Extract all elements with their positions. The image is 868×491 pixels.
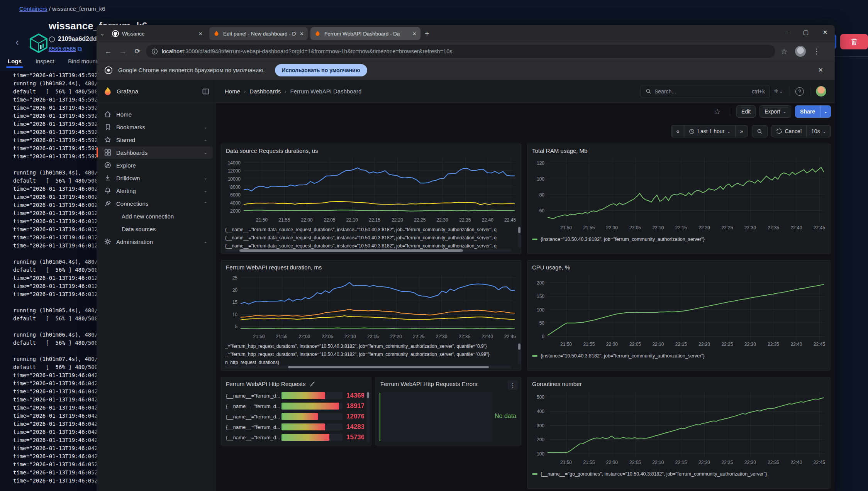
bargauge-value: 15736 xyxy=(346,433,364,441)
sidebar-item-data-sources[interactable]: Data sources xyxy=(98,223,213,235)
bookmark-star-icon[interactable]: ☆ xyxy=(778,47,790,56)
containers-link[interactable]: Containers xyxy=(19,5,47,12)
tab-close-icon[interactable]: ✕ xyxy=(300,31,304,37)
legend-row[interactable]: n_http_request_durations) xyxy=(225,359,512,366)
tab-close-icon[interactable]: ✕ xyxy=(412,31,417,37)
refresh-cancel-button[interactable]: Cancel xyxy=(771,125,806,137)
sidebar-item-dashboards[interactable]: Dashboards⌄ xyxy=(98,146,213,159)
port-link[interactable]: 6565:6565 xyxy=(49,46,76,52)
sidebar-item-administration[interactable]: Administration⌄ xyxy=(98,235,213,248)
legend-row[interactable]: {__name__="ferrum data_source_request_du… xyxy=(225,226,512,234)
legend-item[interactable]: {__name__="go_goroutines", instance="10.… xyxy=(532,471,767,477)
panel-title[interactable]: Data source Requests durations, us xyxy=(226,147,318,154)
tab-inspect[interactable]: Inspect xyxy=(36,58,54,68)
bargauge-scrollbar[interactable] xyxy=(366,391,370,443)
panel-title[interactable]: Ferrum WebAPI request duration, ms xyxy=(226,264,322,271)
favorite-star-icon[interactable]: ☆ xyxy=(711,107,724,116)
time-shift-forward-button[interactable]: » xyxy=(735,125,748,137)
delete-container-button[interactable] xyxy=(840,34,868,49)
chrome-menu-icon[interactable]: ⋮ xyxy=(810,47,823,56)
legend-horizontal-scrollbar[interactable] xyxy=(225,366,512,369)
edit-button[interactable]: Edit xyxy=(736,105,756,118)
share-button[interactable]: Share xyxy=(795,105,820,118)
panel-menu-icon[interactable]: ⋮ xyxy=(508,380,518,390)
legend-row[interactable]: _="ferrum_http_request_durations", insta… xyxy=(225,342,512,350)
chrome-window: ⌄ Wissance✕Edit panel - New dashboard - … xyxy=(97,25,835,491)
sidebar-item-alerting[interactable]: Alerting⌄ xyxy=(98,185,213,197)
sidebar-item-drilldown[interactable]: Drilldown⌄ xyxy=(98,172,213,184)
export-button[interactable]: Export⌄ xyxy=(760,105,791,118)
x-tick-label: 22:30 xyxy=(744,460,756,465)
nav-reload-icon[interactable]: ⟳ xyxy=(131,47,144,56)
bargauge-label: {__name__="ferrum_d... xyxy=(226,424,280,430)
sidebar-item-add-new-connection[interactable]: Add new connection xyxy=(98,210,213,222)
nav-forward-icon[interactable]: → xyxy=(117,47,129,56)
add-button[interactable]: +⌄ xyxy=(770,87,787,96)
grafana-favicon-icon xyxy=(314,30,321,37)
sidebar-item-home[interactable]: Home xyxy=(98,108,213,120)
legend-item[interactable]: {instance="10.50.40.3:8182", job="ferrum… xyxy=(532,353,705,359)
site-info-icon[interactable] xyxy=(151,48,158,55)
crumb-home[interactable]: Home xyxy=(225,88,240,95)
panel-title[interactable]: Ferrum WebAPI Http Requests Errors xyxy=(380,381,477,387)
legend-item[interactable]: {instance="10.50.40.3:8182", job="ferrum… xyxy=(532,237,705,242)
tab-bind-mounts[interactable]: Bind mounts xyxy=(68,58,100,68)
browser-tab-1[interactable]: Edit panel - New dashboard - D✕ xyxy=(209,27,308,40)
legend-list[interactable]: {__name__="ferrum data_source_request_du… xyxy=(225,226,512,250)
panel-title[interactable]: Goroutines number xyxy=(532,381,581,387)
x-tick-label: 22:05 xyxy=(324,217,336,223)
tab-search-chevron-icon[interactable]: ⌄ xyxy=(97,31,108,37)
address-bar[interactable]: localhost:3000/d/adf948t/ferrum-webapi-d… xyxy=(146,45,775,58)
minimize-button[interactable]: – xyxy=(777,25,796,40)
help-button[interactable]: ? xyxy=(792,87,808,96)
chrome-profile-avatar[interactable] xyxy=(795,46,806,57)
notification-close-icon[interactable]: ✕ xyxy=(818,66,823,74)
y-tick-label: 10000 xyxy=(224,176,241,182)
panel-title[interactable]: Ferrum WebAPI Http Requests xyxy=(226,381,305,387)
crumb-dashboards[interactable]: Dashboards xyxy=(249,88,281,95)
time-range-picker[interactable]: Last 1 hour⌄ xyxy=(684,125,735,137)
new-tab-button[interactable]: + xyxy=(425,29,429,38)
legend-row[interactable]: {__name__="ferrum data_source_request_du… xyxy=(225,234,512,242)
search-input[interactable]: Search... ctrl+k xyxy=(641,85,770,98)
sidebar-item-connections[interactable]: Connections⌃ xyxy=(98,197,213,210)
sidebar-toggle-icon[interactable] xyxy=(202,88,210,95)
x-tick-label: 22:30 xyxy=(744,342,756,347)
y-tick-label: 2000 xyxy=(224,208,241,214)
maximize-button[interactable]: ▢ xyxy=(796,25,815,40)
zoom-out-button[interactable] xyxy=(752,125,768,137)
panel-title[interactable]: Total RAM usage, Mb xyxy=(532,147,587,154)
close-window-button[interactable]: ✕ xyxy=(815,25,835,40)
grafana-logo-icon[interactable] xyxy=(103,86,113,97)
x-tick-label: 22:10 xyxy=(652,225,664,230)
legend-vertical-scrollbar[interactable] xyxy=(518,342,521,365)
tab-logs[interactable]: Logs xyxy=(8,58,22,68)
y-tick-label: 50 xyxy=(527,320,544,326)
panel-title[interactable]: CPU usage, % xyxy=(532,264,570,271)
browser-tab-0[interactable]: Wissance✕ xyxy=(108,27,207,40)
x-tick-label: 22:35 xyxy=(768,225,779,230)
legend-list[interactable]: _="ferrum_http_request_durations", insta… xyxy=(225,342,512,366)
share-dropdown-chevron[interactable]: ⌄ xyxy=(820,105,831,118)
use-default-button[interactable]: Использовать по умолчанию xyxy=(275,64,367,76)
back-chevron-icon[interactable]: ‹ xyxy=(15,36,19,48)
bargauge-value: 14283 xyxy=(346,423,364,431)
refresh-interval-dropdown[interactable]: 10s⌄ xyxy=(806,125,831,137)
container-id[interactable]: 2109aa6d2ddc xyxy=(58,36,100,42)
sidebar-item-label: Administration xyxy=(116,239,153,245)
sidebar-item-bookmarks[interactable]: Bookmarks⌄ xyxy=(98,121,213,133)
nav-back-icon[interactable]: ← xyxy=(102,47,114,56)
sidebar-item-explore[interactable]: Explore xyxy=(98,159,213,171)
user-avatar[interactable] xyxy=(816,86,826,97)
external-link-icon[interactable]: ⧉ xyxy=(78,46,82,52)
legend-vertical-scrollbar[interactable] xyxy=(518,226,521,248)
legend-horizontal-scrollbar[interactable] xyxy=(225,249,512,252)
tab-close-icon[interactable]: ✕ xyxy=(198,31,203,37)
panel-http-requests: Ferrum WebAPI Http Requests {__name__="f… xyxy=(221,377,371,445)
legend-row[interactable]: _="ferrum_http_request_durations", insta… xyxy=(225,350,512,359)
browser-tab-2[interactable]: Ferrum WebAPI Dashboard - Da✕ xyxy=(310,27,420,40)
legend-row[interactable]: {__name__="ferrum data_source_request_du… xyxy=(225,242,512,250)
time-shift-back-button[interactable]: « xyxy=(671,125,684,137)
y-tick-label: 100 xyxy=(527,451,544,457)
sidebar-item-starred[interactable]: Starred⌄ xyxy=(98,134,213,146)
